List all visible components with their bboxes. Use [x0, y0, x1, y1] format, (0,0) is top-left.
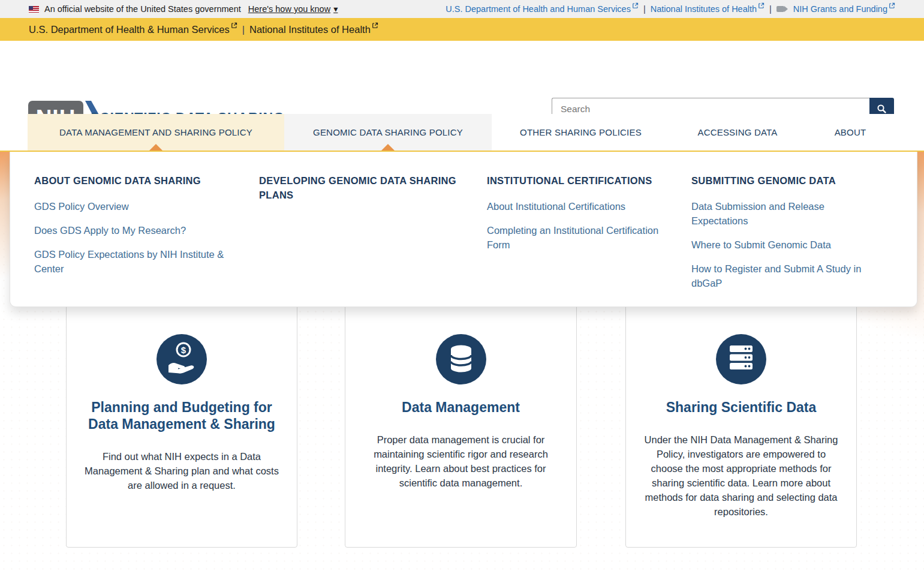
external-link-icon	[372, 22, 378, 29]
page: An official website of the United States…	[0, 0, 924, 571]
gov-banner-links: U.S. Department of Health and Human Serv…	[446, 4, 895, 14]
dropdown-link[interactable]: Where to Submit Genomic Data	[691, 238, 877, 252]
hhs-link[interactable]: U.S. Department of Health and Human Serv…	[446, 4, 639, 14]
dropdown-link[interactable]: How to Register and Submit A Study in db…	[691, 262, 877, 290]
card-planning-budgeting[interactable]: $ Planning and Budgeting for Data Manage…	[66, 300, 297, 548]
card-body: Proper data management is crucial for ma…	[361, 432, 561, 490]
dropdown-column-institutional-certifications: INSTITUTIONAL CERTIFICATIONS About Insti…	[487, 173, 667, 252]
tab-about[interactable]: ABOUT	[805, 114, 895, 151]
mega-dropdown: ABOUT GENOMIC DATA SHARING GDS Policy Ov…	[10, 152, 917, 307]
separator: |	[643, 4, 646, 14]
tab-other-sharing-policies[interactable]: OTHER SHARING POLICIES	[492, 114, 670, 151]
dropdown-link[interactable]: Completing an Institutional Certificatio…	[487, 223, 667, 252]
official-website-text: An official website of the United States…	[44, 4, 241, 14]
nih-link[interactable]: National Institutes of Health	[651, 4, 765, 14]
external-link-icon	[632, 2, 639, 9]
chevron-down-icon: ▾	[333, 4, 338, 14]
dropdown-column-submitting-genomic-data: SUBMITTING GENOMIC DATA Data Submission …	[691, 173, 877, 290]
nih-banner-link[interactable]: National Institutes of Health	[249, 24, 378, 35]
nih-grants-funding-link[interactable]: NIH Grants and Funding	[793, 4, 895, 14]
external-link-icon	[889, 2, 895, 9]
dropdown-link[interactable]: Data Submission and Release Expectations	[691, 199, 877, 228]
separator: |	[242, 24, 245, 35]
server-icon	[716, 334, 766, 384]
card-title: Sharing Scientific Data	[640, 399, 842, 416]
dropdown-heading[interactable]: INSTITUTIONAL CERTIFICATIONS	[487, 173, 667, 188]
tab-accessing-data[interactable]: ACCESSING DATA	[670, 114, 805, 151]
dropdown-column-developing-plans: DEVELOPING GENOMIC DATA SHARING PLANS	[259, 173, 457, 214]
hand-holding-dollar-icon: $	[156, 334, 207, 384]
dropdown-link[interactable]: GDS Policy Overview	[34, 199, 238, 214]
external-link-icon	[231, 22, 237, 29]
database-icon	[436, 334, 486, 384]
agency-banner: U.S. Department of Health & Human Servic…	[0, 18, 924, 41]
card-data-management[interactable]: Data Management Proper data management i…	[345, 300, 577, 548]
card-body: Find out what NIH expects in a Data Mana…	[82, 449, 281, 492]
primary-nav: DATA MANAGEMENT AND SHARING POLICY GENOM…	[0, 114, 924, 152]
gov-banner: An official website of the United States…	[0, 0, 924, 18]
dropdown-link[interactable]: Does GDS Apply to My Research?	[34, 223, 238, 238]
site-header: NIH SCIENTIFIC DATA SHARING NIH Staff | …	[0, 41, 924, 114]
card-body: Under the NIH Data Management & Sharing …	[642, 432, 841, 519]
dropdown-heading[interactable]: ABOUT GENOMIC DATA SHARING	[34, 173, 238, 188]
external-link-icon	[758, 2, 765, 9]
heres-how-you-know-link[interactable]: Here's how you know ▾	[248, 4, 338, 14]
us-flag-icon	[29, 6, 39, 13]
dropdown-link[interactable]: GDS Policy Expectations by NIH Institute…	[34, 247, 238, 276]
svg-text:$: $	[181, 345, 186, 355]
card-title: Data Management	[360, 399, 562, 416]
dropdown-heading[interactable]: SUBMITTING GENOMIC DATA	[691, 173, 877, 188]
tab-genomic-data-sharing-policy[interactable]: GENOMIC DATA SHARING POLICY	[284, 114, 492, 151]
card-title: Planning and Budgeting for Data Manageme…	[81, 399, 282, 432]
card-sharing-scientific-data[interactable]: Sharing Scientific Data Under the NIH Da…	[625, 300, 857, 548]
search-icon	[877, 104, 887, 114]
nih-grants-badge-icon	[776, 5, 788, 13]
dropdown-heading[interactable]: DEVELOPING GENOMIC DATA SHARING PLANS	[259, 173, 457, 202]
dropdown-link[interactable]: About Institutional Certifications	[487, 199, 667, 214]
dropdown-column-about-gds: ABOUT GENOMIC DATA SHARING GDS Policy Ov…	[34, 173, 238, 276]
separator: |	[769, 4, 772, 14]
tab-data-management-sharing-policy[interactable]: DATA MANAGEMENT AND SHARING POLICY	[28, 114, 284, 151]
hhs-banner-link[interactable]: U.S. Department of Health & Human Servic…	[29, 24, 237, 35]
